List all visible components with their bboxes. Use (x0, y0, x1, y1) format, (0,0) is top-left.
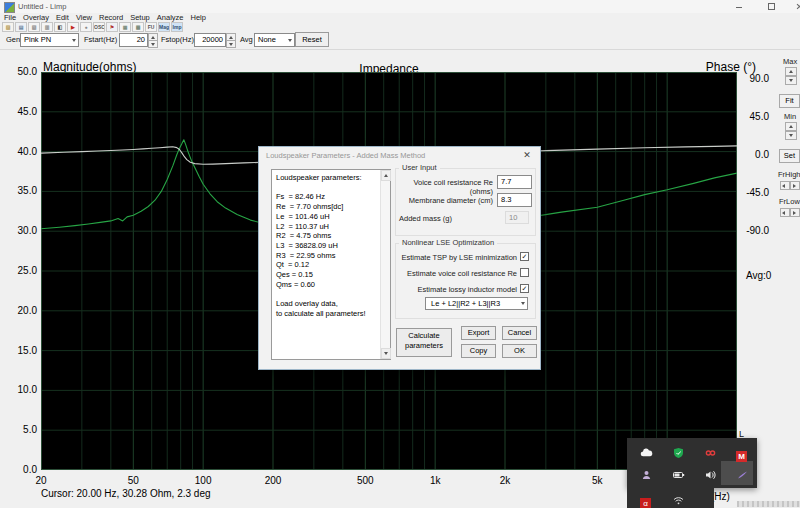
phase-tick: 0.0 (740, 149, 769, 160)
grid-icon[interactable]: ▦ (119, 22, 131, 32)
avg-label: Avg (240, 35, 253, 44)
contact-app-icon[interactable] (640, 467, 653, 479)
open-icon[interactable]: ▨ (2, 22, 14, 32)
min-down-button[interactable] (785, 131, 797, 140)
avg-select[interactable]: None (254, 33, 295, 47)
generator-type-select[interactable]: Pink PN (20, 33, 79, 47)
min-up-button[interactable] (785, 122, 797, 131)
battery-icon[interactable] (672, 467, 685, 479)
fstop-stepper[interactable] (226, 33, 234, 47)
fstop-input[interactable]: 20000 (194, 33, 226, 47)
max-up-button[interactable] (785, 67, 797, 76)
title-bar: Untitled - Limp (0, 0, 800, 13)
menu-item-record[interactable]: Record (99, 13, 123, 22)
save-icon[interactable]: ▤ (15, 22, 27, 32)
record-icon[interactable]: ▶ (67, 22, 79, 32)
mag-tick: 25.0 (0, 265, 37, 276)
set-button[interactable]: Set (779, 149, 800, 163)
cancel-button[interactable]: Cancel (502, 326, 537, 340)
mag-view-icon[interactable]: Mag (158, 22, 170, 32)
tray-overflow-popup: M (627, 438, 757, 488)
loudspeaker-parameters-dialog: Loudspeaker Parameters - Added Mass Meth… (258, 146, 541, 370)
phase-tick: -45.0 (740, 187, 769, 198)
reset-button[interactable]: Reset (295, 32, 329, 47)
menu-item-setup[interactable]: Setup (130, 13, 150, 22)
paste-icon[interactable]: ▥ (41, 22, 53, 32)
overlay-grid-icon[interactable]: ▩ (132, 22, 144, 32)
lse-checkbox[interactable] (520, 268, 529, 277)
flag-icon[interactable]: ⚑ (106, 22, 118, 32)
mag-tick: 50.0 (0, 66, 37, 77)
defender-shield-icon[interactable] (672, 445, 685, 457)
freq-tick: 100 (195, 475, 212, 486)
user-input-field[interactable]: 7.7 (497, 175, 532, 189)
mag-tick: 30.0 (0, 225, 37, 236)
mag-tick: 0.0 (0, 464, 37, 475)
chevron-down-icon (72, 39, 76, 42)
arta-app-icon[interactable]: α (640, 492, 653, 504)
stop-icon[interactable]: ● (80, 22, 92, 32)
lse-checkbox[interactable]: ✓ (520, 252, 529, 261)
copy-button[interactable]: Copy (461, 344, 496, 358)
bw-mode-icon[interactable]: ◧ (54, 22, 66, 32)
taskbar-text-fragment (737, 501, 800, 507)
maximize-button[interactable] (760, 0, 782, 12)
frlow-right-button[interactable] (790, 208, 800, 217)
lse-check-label: Estimate lossy inductor model (393, 285, 517, 294)
parameters-textbox[interactable]: Loudspeaker parameters: Fs = 82.46 Hz Re… (271, 169, 391, 360)
frhigh-left-button[interactable] (780, 181, 790, 190)
minimize-icon (736, 7, 742, 8)
avg-indicator: Avg:0 (746, 270, 771, 281)
freq-tick: 500 (357, 475, 374, 486)
frlow-left-button[interactable] (780, 208, 790, 217)
frlow-label: FrLow (779, 197, 800, 206)
user-input-label: Added mass (g) (399, 214, 452, 223)
freq-tick: 5k (592, 475, 603, 486)
fu-icon[interactable]: FU (145, 22, 157, 32)
user-input-field[interactable]: 8.3 (497, 193, 532, 207)
max-down-button[interactable] (785, 76, 797, 85)
osc-icon[interactable]: OSC (93, 22, 105, 32)
menu-item-file[interactable]: File (4, 13, 16, 22)
wifi-icon[interactable] (672, 492, 685, 504)
scroll-down-button[interactable] (381, 348, 391, 359)
export-button[interactable]: Export (461, 326, 496, 340)
dialog-close-button[interactable]: ✕ (514, 147, 540, 164)
minimize-button[interactable] (728, 0, 750, 12)
ok-button[interactable]: OK (502, 344, 537, 358)
close-icon (796, 3, 800, 9)
close-button[interactable] (788, 0, 800, 12)
lse-checkbox[interactable]: ✓ (520, 284, 529, 293)
frhigh-label: FrHigh (778, 170, 800, 179)
menu-item-view[interactable]: View (76, 13, 92, 22)
generator-toolbar: Gen Pink PN Fstart(Hz) 20 Fstop(Hz) 2000… (0, 32, 800, 50)
volume-icon[interactable] (704, 467, 717, 479)
fit-button[interactable]: Fit (779, 94, 800, 108)
toolbar-icon-strip: ▨▤▧▥◧▶●OSC⚑▦▩FUMagImp (2, 22, 800, 32)
inductor-model-select[interactable]: Le + L2||R2 + L3||R3 (425, 297, 528, 310)
menu-item-analyze[interactable]: Analyze (157, 13, 184, 22)
scroll-up-button[interactable] (381, 170, 391, 181)
copy-icon[interactable]: ▧ (28, 22, 40, 32)
freq-tick: 200 (265, 475, 282, 486)
chevron-down-icon (288, 39, 292, 42)
freq-tick: 1k (430, 475, 441, 486)
menu-item-help[interactable]: Help (190, 13, 205, 22)
fstart-stepper[interactable] (148, 33, 156, 47)
calculate-parameters-button[interactable]: Calculate parameters (396, 328, 452, 357)
sync-app-icon[interactable] (704, 445, 717, 457)
phase-tick: 45.0 (740, 111, 769, 122)
menu-item-edit[interactable]: Edit (56, 13, 69, 22)
parameters-text: Loudspeaker parameters: Fs = 82.46 Hz Re… (272, 170, 390, 322)
m-app-icon[interactable]: M (736, 445, 749, 457)
parameters-scrollbar[interactable] (380, 170, 390, 359)
pen-tablet-icon[interactable] (736, 467, 749, 479)
gen-label: Gen (6, 35, 20, 44)
min-label: Min (784, 112, 796, 121)
frhigh-right-button[interactable] (790, 181, 800, 190)
imp-view-icon[interactable]: Imp (171, 22, 183, 32)
app-icon (4, 2, 15, 13)
menu-item-overlay[interactable]: Overlay (23, 13, 49, 22)
onedrive-cloud-icon[interactable] (640, 445, 653, 457)
fstart-input[interactable]: 20 (119, 33, 148, 47)
